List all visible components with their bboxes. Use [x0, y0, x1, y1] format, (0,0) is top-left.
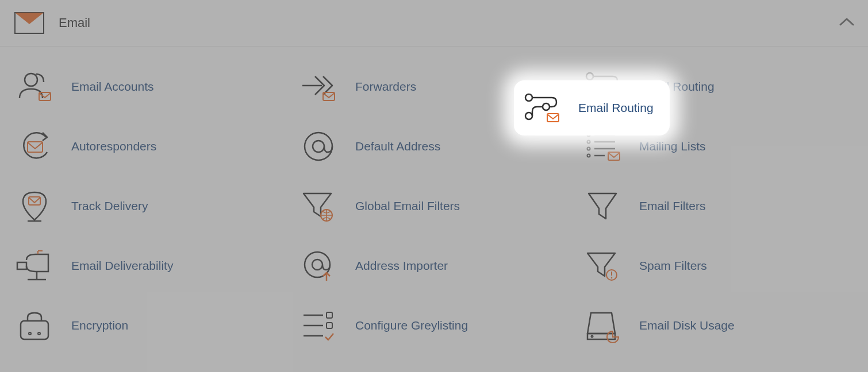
item-email-accounts[interactable]: Email Accounts [14, 69, 286, 104]
svg-rect-46 [547, 114, 559, 122]
item-label: Email Filters [639, 199, 706, 213]
item-label: Track Delivery [71, 199, 148, 213]
collapse-chevron-icon[interactable] [839, 17, 854, 29]
svg-point-4 [586, 73, 593, 80]
svg-point-42 [592, 336, 593, 338]
item-label: Configure Greylisting [355, 319, 468, 332]
encryption-icon [14, 308, 55, 343]
svg-rect-20 [29, 197, 40, 205]
svg-point-17 [587, 154, 590, 157]
email-routing-icon [521, 91, 562, 125]
address-importer-icon [298, 249, 339, 283]
item-email-disk-usage[interactable]: Email Disk Usage [582, 308, 854, 343]
item-label: Autoresponders [71, 140, 156, 153]
svg-point-10 [313, 141, 324, 152]
email-disk-usage-icon [582, 308, 623, 343]
svg-point-43 [525, 94, 532, 101]
svg-point-9 [305, 133, 332, 160]
panel-body: Email Accounts Forwarders [0, 46, 868, 366]
item-label: Spam Filters [639, 259, 707, 273]
email-accounts-icon [14, 69, 55, 104]
svg-rect-8 [28, 142, 43, 152]
item-email-deliverability[interactable]: Email Deliverability [14, 249, 286, 283]
panel-header[interactable]: Email [0, 0, 868, 46]
email-deliverability-icon [14, 249, 55, 283]
autoresponders-icon [14, 129, 55, 164]
item-label: Address Importer [355, 259, 448, 273]
item-label: Default Address [355, 140, 440, 153]
item-track-delivery[interactable]: Track Delivery [14, 189, 286, 223]
svg-point-29 [312, 259, 322, 270]
item-label: Email Disk Usage [639, 319, 735, 332]
svg-rect-33 [21, 321, 48, 339]
item-configure-greylisting[interactable]: Configure Greylisting [298, 308, 570, 343]
svg-point-45 [525, 113, 532, 119]
svg-point-34 [29, 332, 31, 335]
item-label: Global Email Filters [355, 199, 460, 213]
highlight-email-routing[interactable]: Email Routing [514, 80, 670, 135]
item-encryption[interactable]: Encryption [14, 308, 286, 343]
item-email-filters[interactable]: Email Filters [582, 189, 854, 223]
svg-point-44 [543, 103, 550, 110]
global-email-filters-icon [298, 189, 339, 223]
item-spam-filters[interactable]: Spam Filters [582, 249, 854, 283]
svg-rect-39 [327, 323, 332, 328]
email-panel: Email Email Accounts [0, 0, 868, 372]
track-delivery-icon [14, 189, 55, 223]
email-icon [14, 11, 45, 34]
svg-point-35 [38, 332, 40, 335]
svg-rect-19 [608, 152, 620, 160]
svg-rect-37 [327, 312, 332, 318]
forwarders-icon [298, 69, 339, 104]
item-autoresponders[interactable]: Autoresponders [14, 129, 286, 164]
item-label: Email Routing [578, 101, 654, 115]
svg-point-1 [25, 73, 37, 86]
item-label: Mailing Lists [639, 140, 706, 153]
item-label: Forwarders [355, 80, 416, 94]
default-address-icon [298, 129, 339, 164]
item-address-importer[interactable]: Address Importer [298, 249, 570, 283]
item-label: Email Deliverability [71, 259, 173, 273]
svg-point-13 [587, 141, 590, 144]
configure-greylisting-icon [298, 308, 339, 343]
item-global-email-filters[interactable]: Global Email Filters [298, 189, 570, 223]
item-label: Encryption [71, 319, 128, 332]
email-filters-icon [582, 189, 623, 223]
item-label: Email Accounts [71, 80, 154, 94]
svg-point-15 [587, 148, 590, 150]
spam-filters-icon [582, 249, 623, 283]
svg-point-32 [611, 277, 613, 279]
svg-rect-27 [17, 262, 26, 269]
panel-title: Email [59, 16, 90, 30]
